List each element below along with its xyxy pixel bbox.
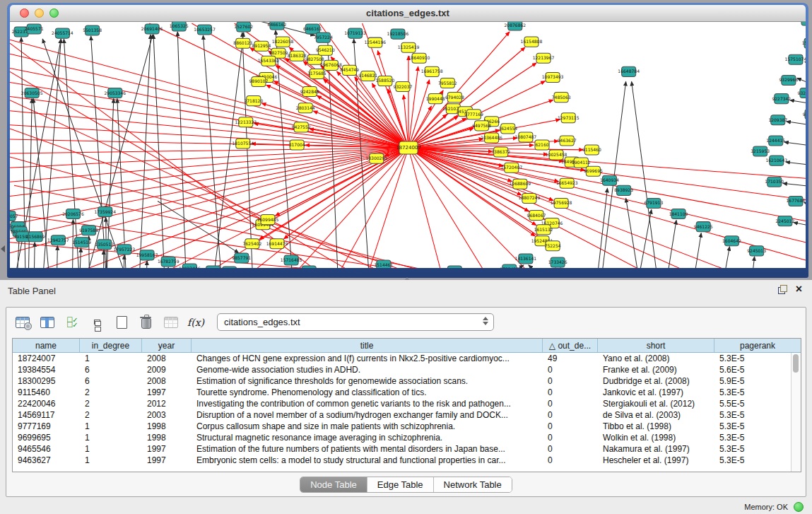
network-node[interactable]: 10807487 — [515, 132, 537, 142]
scrollbar-thumb[interactable] — [793, 354, 799, 373]
network-node[interactable]: 11325419 — [398, 42, 420, 52]
network-node[interactable]: 1156869 — [26, 232, 45, 242]
network-node[interactable]: 9083519 — [445, 266, 464, 268]
network-node[interactable]: 1514461 — [374, 260, 393, 268]
function-builder-button[interactable]: f(x) — [187, 314, 205, 331]
network-node[interactable]: 15716485 — [281, 255, 302, 265]
network-node[interactable]: 18640910 — [408, 53, 430, 63]
network-node[interactable]: 20876862 — [504, 22, 526, 30]
select-columns-button[interactable]: ☐✓☐✓ — [63, 314, 81, 331]
network-node[interactable]: 20691406 — [141, 24, 163, 34]
close-window-button[interactable] — [20, 8, 29, 18]
column-header-in_degree[interactable]: in_degree — [80, 339, 142, 352]
network-node[interactable]: 7485063 — [552, 93, 571, 103]
network-node[interactable]: 1604642 — [722, 236, 741, 246]
network-node[interactable]: 15720407 — [500, 163, 522, 173]
network-node[interactable]: 1527602 — [234, 22, 253, 32]
network-node[interactable]: 9699695 — [584, 166, 603, 176]
table-row[interactable]: 2242004622012Investigating the contribut… — [13, 398, 801, 409]
network-node[interactable]: 9546210 — [316, 45, 335, 55]
network-node[interactable]: 20630505 — [21, 88, 43, 98]
network-node[interactable]: 1677686 — [787, 196, 806, 206]
tab-edge-table[interactable]: Edge Table — [367, 477, 434, 492]
new-table-button[interactable] — [112, 314, 131, 331]
network-node[interactable]: 7386372 — [491, 147, 510, 157]
insert-column-button[interactable] — [38, 314, 57, 331]
network-node[interactable]: 9329966 — [779, 75, 798, 85]
network-node[interactable]: 16654923 — [556, 178, 578, 188]
network-node[interactable]: 8860123 — [233, 38, 252, 48]
network-node[interactable]: 7625402 — [242, 239, 261, 249]
column-header-title[interactable]: title — [192, 339, 543, 352]
delete-table-button[interactable] — [137, 314, 155, 331]
network-graph[interactable]: 2522376240557124055714550135820691406106… — [10, 22, 806, 268]
network-node[interactable]: 10719133 — [344, 28, 366, 38]
collapse-west-panel-arrow-icon[interactable] — [1, 245, 5, 252]
network-node[interactable]: 16648784 — [618, 66, 640, 76]
network-node[interactable]: 9146821 — [358, 71, 377, 81]
network-node[interactable]: 7957224 — [314, 33, 333, 42]
network-node[interactable]: 7218492 — [220, 267, 239, 268]
network-node[interactable]: 6794028 — [445, 93, 464, 103]
network-node[interactable]: 9227343 — [803, 110, 806, 119]
network-node[interactable]: 1640934 — [600, 175, 619, 185]
network-node[interactable]: 12973115 — [558, 113, 579, 123]
network-node[interactable]: 6791913 — [644, 198, 663, 208]
network-node[interactable]: 18107554 — [232, 139, 254, 148]
network-node[interactable]: 18300295 — [365, 153, 387, 163]
network-node[interactable]: 1671998 — [300, 266, 319, 268]
network-node[interactable]: 9227342 — [772, 94, 791, 104]
table-row[interactable]: 1872400712008Changes of HCN gene express… — [13, 353, 801, 364]
table-row[interactable]: 911546021997Tourette syndrome. Phenomeno… — [13, 387, 801, 398]
table-selector-dropdown[interactable]: citations_edges.txt — [217, 313, 494, 331]
table-row[interactable]: 946362711997Embryonic stem cells: a mode… — [13, 455, 801, 466]
network-node[interactable]: 12942757 — [47, 235, 69, 245]
network-node[interactable]: 1841109 — [669, 209, 688, 219]
network-node[interactable]: 2405571 — [25, 24, 44, 34]
network-node[interactable]: 5501358 — [83, 25, 102, 35]
network-node[interactable]: 3175685 — [307, 69, 326, 78]
network-node[interactable]: 1244415 — [766, 136, 785, 146]
network-node[interactable]: 9684067 — [527, 211, 546, 221]
network-node[interactable]: 1065325 — [170, 22, 189, 31]
network-node[interactable]: 2718120 — [244, 96, 263, 106]
row-height-button[interactable] — [88, 314, 106, 331]
minimize-window-button[interactable] — [35, 8, 44, 18]
network-node[interactable]: 29676068 — [320, 60, 342, 70]
vertical-scrollbar[interactable] — [791, 353, 801, 472]
network-node[interactable]: 9329967 — [798, 88, 806, 98]
network-node[interactable]: 18724007 — [396, 141, 421, 154]
network-node[interactable]: 9197588 — [79, 226, 98, 235]
network-node[interactable]: 29053346 — [104, 88, 126, 98]
network-node[interactable]: 9857791 — [232, 253, 251, 263]
network-node[interactable]: 16154808 — [521, 37, 543, 47]
network-node[interactable]: 8454749 — [340, 65, 359, 75]
network-node[interactable]: 317004 — [289, 140, 305, 150]
network-node[interactable]: 14136141 — [515, 254, 537, 264]
network-node[interactable]: 9463627 — [558, 136, 577, 146]
network-node[interactable]: 3624554 — [498, 124, 517, 134]
table-row[interactable]: 969969511998Structural magnetic resonanc… — [13, 432, 801, 443]
column-header-year[interactable]: year — [142, 339, 192, 352]
network-node[interactable]: 1350513 — [95, 240, 114, 250]
network-node[interactable]: 6497568 — [472, 121, 491, 131]
network-node[interactable]: 8938923 — [614, 185, 633, 195]
network-node[interactable]: 62160 — [535, 140, 549, 150]
network-node[interactable]: 9245013 — [747, 246, 766, 256]
network-node[interactable]: 1209387 — [768, 115, 787, 125]
network-node[interactable]: 10653257 — [194, 25, 216, 35]
network-node[interactable]: 1710350 — [765, 177, 784, 187]
network-node[interactable]: 2245012 — [775, 216, 794, 226]
network-node[interactable]: 752254 — [545, 241, 561, 251]
table-row[interactable]: 946554611997Estimation of the future num… — [13, 443, 801, 455]
network-node[interactable]: 12544196 — [364, 37, 386, 47]
network-node[interactable]: 8813054 — [799, 22, 806, 25]
network-node[interactable]: 1733426 — [548, 257, 567, 267]
network-node[interactable]: 20206576 — [62, 209, 84, 219]
network-node[interactable]: 19218506 — [387, 29, 409, 39]
network-node[interactable]: 9461225 — [694, 222, 713, 232]
network-node[interactable]: 19958167 — [136, 250, 158, 260]
network-node[interactable]: 12213967 — [533, 53, 555, 63]
network-node[interactable]: 15751074 — [785, 54, 806, 64]
network-node[interactable]: 2803144 — [296, 103, 315, 113]
